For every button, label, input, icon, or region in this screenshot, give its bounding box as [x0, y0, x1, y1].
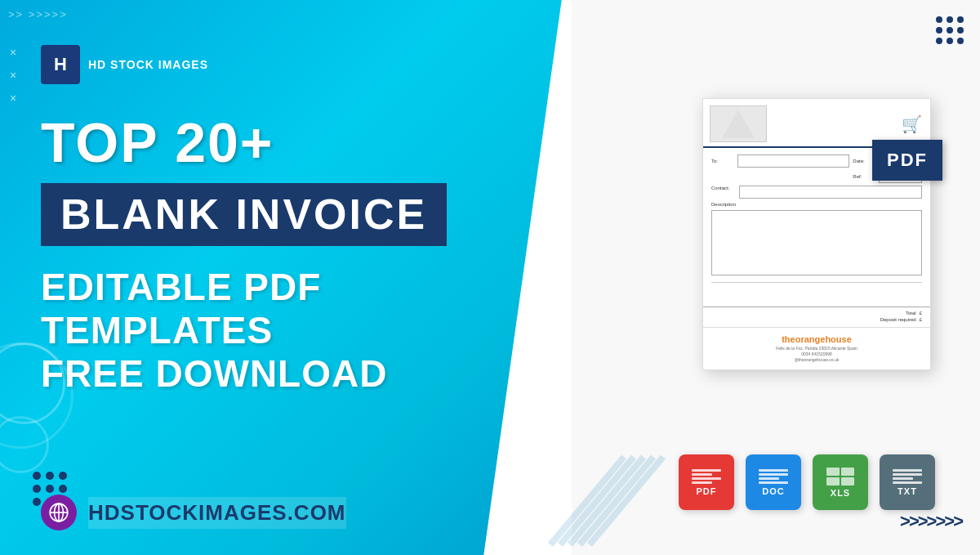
pdf-line-1: [692, 469, 721, 472]
arrows-bottom-right: >>>>>>>: [900, 511, 962, 532]
brand-name: HD STOCK IMAGES: [88, 58, 208, 71]
subtitle: EDITABLE PDF TEMPLATES FREE DOWNLOAD: [41, 266, 514, 396]
blank-invoice-text: BLANK INVOICE: [60, 191, 427, 238]
website-url[interactable]: HDSTOCKIMAGES.COM: [88, 497, 346, 529]
xls-cell-3: [826, 477, 840, 486]
company-name-end: house: [825, 334, 851, 344]
invoice-paper: PDF 🛒 To: Date:: [702, 98, 931, 370]
txt-lines: [893, 469, 922, 484]
pdf-line-2: [692, 473, 712, 476]
txt-line-2: [893, 473, 922, 476]
format-icons-container: PDF DOC XLS: [679, 454, 935, 510]
deposit-currency: £: [920, 317, 922, 322]
pdf-badge: PDF: [872, 140, 942, 181]
company-name-plain: the: [782, 334, 795, 344]
invoice-contact-row: Contact:: [711, 186, 922, 199]
globe-svg: [48, 502, 69, 523]
logo-container: H HD STOCK IMAGES: [41, 45, 208, 84]
to-field: [737, 154, 849, 168]
main-content-left: TOP 20+ BLANK INVOICE EDITABLE PDF TEMPL…: [41, 114, 514, 396]
logo-box: H: [41, 45, 80, 84]
xls-cell-4: [841, 477, 854, 486]
pdf-label: PDF: [697, 486, 717, 496]
blank-invoice-box: BLANK INVOICE: [41, 183, 447, 246]
logo-letter: H: [54, 54, 67, 75]
globe-icon: [41, 495, 77, 530]
pdf-format-wrapper[interactable]: PDF: [679, 454, 734, 510]
address-line1: Felix de la Foz, Partida 23820 Alicante …: [710, 346, 924, 351]
deposit-row: Deposit required £: [711, 317, 922, 322]
website-bar: HDSTOCKIMAGES.COM: [41, 495, 346, 530]
invoice-footer: theorangehouse Felix de la Foz, Partida …: [703, 327, 930, 369]
txt-line-4: [893, 481, 922, 484]
invoice-company-icon: 🛒: [902, 114, 922, 134]
doc-label: DOC: [762, 486, 784, 496]
txt-label: TXT: [898, 486, 917, 496]
decorative-arrows-top-left: >> >>>>>: [8, 8, 68, 22]
doc-format-wrapper[interactable]: DOC: [746, 454, 801, 510]
subtitle-line2: FREE DOWNLOAD: [41, 352, 514, 396]
company-name-orange: orange: [795, 334, 826, 344]
pdf-lines: [692, 469, 721, 484]
decorative-dots-top-right: [936, 16, 964, 44]
contact-label: Contact:: [711, 186, 736, 199]
pdf-format-icon[interactable]: PDF: [679, 454, 734, 510]
xls-label: XLS: [831, 488, 850, 498]
doc-line-4: [759, 481, 788, 484]
total-currency: £: [920, 311, 922, 316]
pdf-line-3: [692, 477, 721, 480]
doc-line-2: [759, 473, 788, 476]
txt-format-icon[interactable]: TXT: [880, 454, 935, 510]
subtitle-line1: EDITABLE PDF TEMPLATES: [41, 266, 514, 352]
top-20-heading: TOP 20+: [41, 114, 514, 170]
invoice-totals: Total £ Deposit required £: [703, 307, 930, 327]
xls-grid: [826, 468, 854, 486]
total-row: Total £: [711, 311, 922, 316]
xls-format-wrapper[interactable]: XLS: [813, 454, 868, 510]
doc-line-3: [759, 477, 779, 480]
description-label: Description: [711, 202, 922, 207]
total-label: Total: [906, 311, 916, 316]
doc-line-1: [759, 469, 788, 472]
doc-format-icon[interactable]: DOC: [746, 454, 801, 510]
description-field: [711, 210, 922, 275]
invoice-logo-area: [710, 105, 767, 142]
contact-field: [739, 186, 922, 199]
to-label: To:: [711, 159, 736, 163]
txt-line-3: [893, 477, 913, 480]
xls-cell-1: [826, 468, 840, 476]
xls-format-icon[interactable]: XLS: [813, 454, 868, 510]
txt-line-1: [893, 469, 922, 472]
address-line3: @theorangehouse.co.uk: [710, 357, 924, 363]
doc-lines: [759, 469, 788, 484]
company-name: theorangehouse: [710, 334, 924, 344]
company-address: Felix de la Foz, Partida 23820 Alicante …: [710, 346, 924, 363]
xls-cell-2: [841, 468, 854, 476]
pdf-line-4: [692, 481, 712, 484]
txt-format-wrapper[interactable]: TXT: [880, 454, 935, 510]
invoice-preview: PDF 🛒 To: Date:: [702, 98, 931, 370]
deposit-label: Deposit required: [880, 317, 916, 322]
decorative-x-marks: × × ×: [10, 41, 16, 110]
address-line2: 0034 641520698: [710, 351, 924, 357]
invoice-description-section: Description: [711, 202, 922, 275]
invoice-table-spacer: [711, 282, 922, 307]
